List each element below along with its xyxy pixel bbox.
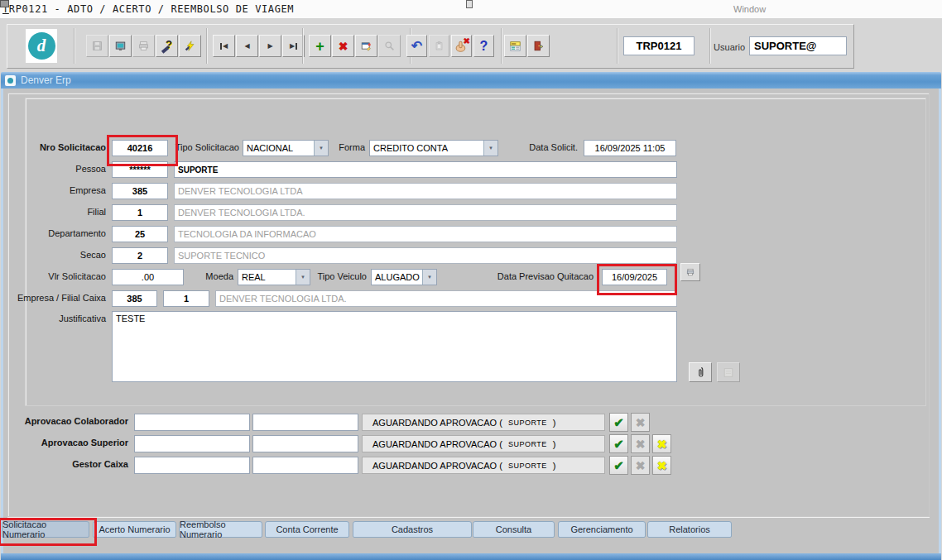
tab-reembolso-numerario[interactable]: Reembolso Numerario xyxy=(179,521,262,538)
tab-conta-corrente[interactable]: Conta Corrente xyxy=(265,521,349,538)
erp-window-titlebar[interactable]: Denver Erp xyxy=(1,72,941,89)
menu-icon xyxy=(510,40,521,53)
note-button xyxy=(717,362,740,382)
moeda-select[interactable]: REAL ▼ xyxy=(238,269,310,285)
filial-code-field[interactable]: 1 xyxy=(112,204,168,221)
empresa-label: Empresa xyxy=(0,185,106,195)
cancel-gestor-button[interactable]: ✖ xyxy=(652,456,671,475)
forma-select[interactable]: CREDITO CONTA ▼ xyxy=(369,140,498,156)
tipo-veiculo-select[interactable]: ALUGADO ▼ xyxy=(371,269,437,285)
data-previsao-quitacao-field[interactable]: 16/09/2025 xyxy=(602,269,667,285)
edit-record-icon xyxy=(361,39,372,53)
approve-gestor-button[interactable]: ✔ xyxy=(609,456,628,475)
cancel-changes-button[interactable]: ✖ xyxy=(451,35,472,57)
gestor-caixa-field1[interactable] xyxy=(134,457,250,474)
menu-button[interactable] xyxy=(504,35,526,57)
secao-label: Secao xyxy=(0,250,106,260)
execute-query-button[interactable] xyxy=(179,35,201,57)
next-record-button[interactable]: ▶ xyxy=(259,35,281,57)
tab-cadastros[interactable]: Cadastros xyxy=(353,521,472,538)
data-previsao-quitacao-label: Data Previsao Quitacao xyxy=(495,271,594,281)
undo-icon: ↶ xyxy=(411,40,422,53)
aprovacao-superior-label: Aprovacao Superior xyxy=(0,438,128,448)
previous-record-button[interactable]: ◀ xyxy=(236,35,258,57)
tab-relatorios[interactable]: Relatorios xyxy=(647,521,732,538)
yellow-x-icon: ✖ xyxy=(657,438,667,451)
yellow-x-icon: ✖ xyxy=(657,459,667,472)
erp-window-bottom-border xyxy=(1,553,941,560)
departamento-code-field[interactable]: 25 xyxy=(112,226,168,242)
undo-button[interactable]: ↶ xyxy=(406,35,427,57)
justificativa-textarea[interactable]: TESTE xyxy=(112,311,677,382)
exit-button[interactable] xyxy=(527,35,550,57)
aprovacao-superior-field1[interactable] xyxy=(134,435,250,452)
screen-button[interactable] xyxy=(109,35,132,57)
clipboard-icon xyxy=(435,39,444,53)
x-icon: ✖ xyxy=(636,459,646,472)
tipo-solicitacao-select[interactable]: NACIONAL ▼ xyxy=(243,140,329,156)
execute-query-icon xyxy=(185,39,195,53)
vlr-solicitacao-field[interactable]: .00 xyxy=(112,269,184,285)
aprovacao-superior-field2[interactable] xyxy=(252,435,358,452)
insert-record-button[interactable]: + xyxy=(309,35,331,57)
gestor-caixa-field2[interactable] xyxy=(252,457,358,474)
print-request-button[interactable] xyxy=(680,263,700,281)
tab-acerto-numerario[interactable]: Acerto Numerario xyxy=(93,521,176,538)
gestor-caixa-label: Gestor Caixa xyxy=(0,459,128,469)
print-request-icon xyxy=(686,266,694,278)
chevron-down-icon[interactable]: ▼ xyxy=(422,270,436,285)
secao-code-field[interactable]: 2 xyxy=(112,247,168,264)
app-titlebar: TRP0121 - ADTO / ACERTO / REEMBOLSO DE V… xyxy=(0,0,942,18)
first-record-button[interactable]: ◀ xyxy=(213,35,235,57)
program-code-field[interactable]: TRP0121 xyxy=(623,36,694,55)
tab-solicitacao-numerario[interactable]: Solicitacao Numerario xyxy=(2,521,89,538)
paperclip-icon xyxy=(694,366,706,380)
enter-query-button[interactable]: ? xyxy=(156,35,178,57)
tab-consulta[interactable]: Consulta xyxy=(473,521,555,538)
nro-solicitacao-field[interactable]: 40216 xyxy=(112,140,168,156)
attachment-button[interactable] xyxy=(689,362,712,382)
first-record-icon: ◀ xyxy=(220,42,228,50)
reject-superior-button: ✖ xyxy=(631,434,650,453)
cancel-superior-button[interactable]: ✖ xyxy=(652,434,671,453)
menu-window-item[interactable]: Window xyxy=(733,4,766,14)
moeda-value: REAL xyxy=(238,272,296,282)
chevron-down-icon[interactable]: ▼ xyxy=(296,270,310,285)
aprovacao-colaborador-field2[interactable] xyxy=(252,414,358,431)
empresa-caixa-field[interactable]: 385 xyxy=(112,290,157,307)
denver-logo-icon: d xyxy=(28,32,55,60)
tab-gerenciamento[interactable]: Gerenciamento xyxy=(558,521,646,538)
approve-superior-button[interactable]: ✔ xyxy=(609,434,628,453)
aprovacao-colaborador-field1[interactable] xyxy=(134,414,250,431)
note-icon xyxy=(723,366,734,379)
edit-record-button[interactable] xyxy=(355,35,377,57)
reject-gestor-button: ✖ xyxy=(631,456,650,475)
denver-logo: d xyxy=(26,29,57,63)
screen: TRP0121 - ADTO / ACERTO / REEMBOLSO DE V… xyxy=(0,0,942,560)
x-icon: ✖ xyxy=(636,416,646,429)
pessoa-code-field[interactable]: ****** xyxy=(112,161,168,178)
search-icon xyxy=(384,39,395,53)
data-solicit-field[interactable]: 16/09/2025 11:05 xyxy=(584,140,676,156)
help-button[interactable]: ? xyxy=(473,35,494,57)
next-record-icon: ▶ xyxy=(267,42,272,50)
empresa-code-field[interactable]: 385 xyxy=(112,183,168,199)
delete-record-button[interactable]: ✖ xyxy=(332,35,354,57)
approve-colaborador-button[interactable]: ✔ xyxy=(609,413,628,432)
last-record-button[interactable]: ▶ xyxy=(282,35,305,57)
empresa-desc-field: DENVER TECNOLOGIA LTDA xyxy=(174,183,677,199)
chevron-down-icon[interactable]: ▼ xyxy=(483,141,497,156)
chevron-down-icon[interactable]: ▼ xyxy=(314,141,328,156)
erp-window-title: Denver Erp xyxy=(21,74,71,86)
check-icon: ✔ xyxy=(613,458,624,473)
forma-label: Forma xyxy=(335,142,365,152)
tipo-solicitacao-label: Tipo Solicitacao xyxy=(171,142,239,152)
app-title: TRP0121 - ADTO / ACERTO / REEMBOLSO DE V… xyxy=(2,3,294,15)
usuario-field[interactable]: SUPORTE@ xyxy=(749,36,847,55)
secao-desc-field: SUPORTE TECNICO xyxy=(174,247,677,264)
pessoa-label: Pessoa xyxy=(0,164,106,174)
filial-desc-field: DENVER TECNOLOGIA LTDA. xyxy=(174,204,677,221)
tipo-veiculo-value: ALUGADO xyxy=(372,272,422,282)
filial-caixa-field[interactable]: 1 xyxy=(163,290,209,307)
departamento-desc-field: TECNOLOGIA DA INFORMACAO xyxy=(174,226,677,242)
